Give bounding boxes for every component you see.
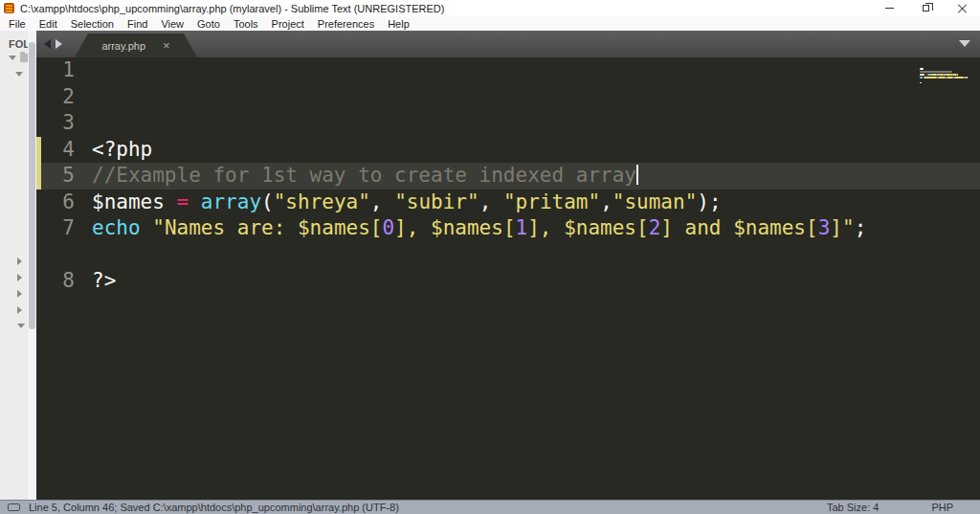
chevron-right-icon [17, 290, 22, 298]
menu-item-find[interactable]: Find [121, 16, 154, 31]
line-text [80, 84, 92, 111]
close-icon [958, 4, 967, 12]
line-text: ?> [80, 268, 116, 295]
menu-item-tools[interactable]: Tools [227, 16, 265, 31]
status-tab-size[interactable]: Tab Size: 4 [827, 502, 879, 513]
menu-item-selection[interactable]: Selection [64, 16, 121, 31]
menu-item-edit[interactable]: Edit [33, 16, 64, 31]
code-line-wrap[interactable] [36, 242, 980, 269]
tab-nav-right-icon[interactable] [56, 39, 62, 49]
minimap-row [920, 81, 971, 84]
chevron-right-icon [17, 274, 22, 281]
modified-line-marker [36, 242, 41, 269]
line-number: 2 [36, 84, 80, 111]
code-line-3[interactable]: 3 [36, 110, 980, 137]
status-syntax-php[interactable]: PHP [931, 502, 953, 513]
line-text: <?php [80, 137, 152, 164]
line-text [80, 57, 92, 84]
chevron-down-icon [9, 56, 16, 60]
line-text: //Example for 1st way to create indexed … [80, 163, 638, 190]
sublime-text-window: C:\xampp\htdocs\php_upcomming\array.php … [0, 0, 980, 514]
code-line-5[interactable]: 5//Example for 1st way to create indexed… [36, 163, 980, 190]
code-line-8[interactable]: 8?> [36, 268, 980, 295]
status-right-group: Tab Size: 4 PHP [827, 502, 980, 513]
tab-nav-left-icon[interactable] [44, 39, 51, 49]
sublime-logo-icon [4, 3, 14, 13]
chevron-down-icon [15, 72, 23, 77]
tab-label: array.php [101, 40, 145, 52]
modified-line-marker [36, 163, 41, 190]
title-bar: C:\xampp\htdocs\php_upcomming\array.php … [0, 0, 980, 16]
vintage-status-icon [8, 503, 20, 511]
line-number: 1 [36, 57, 80, 84]
menu-item-goto[interactable]: Goto [190, 16, 227, 31]
chevron-right-icon [17, 306, 22, 314]
sidebar-scrollbar-thumb[interactable] [29, 42, 35, 329]
tab-bar: array.php × [36, 31, 980, 57]
restore-button[interactable] [907, 0, 944, 16]
menu-item-file[interactable]: File [2, 16, 33, 31]
line-text [80, 110, 92, 137]
code-line-7[interactable]: 7echo "Names are: $names[0], $names[1], … [36, 215, 980, 242]
text-caret [636, 165, 638, 185]
menu-bar: FileEditSelectionFindViewGotoToolsProjec… [0, 16, 980, 31]
code-rows: 1234<?php5//Example for 1st way to creat… [36, 57, 980, 295]
modified-line-marker [36, 110, 41, 137]
line-number [36, 242, 80, 269]
menu-item-preferences[interactable]: Preferences [311, 16, 381, 31]
line-text [80, 242, 92, 269]
line-number: 3 [36, 110, 80, 137]
modified-line-marker [36, 215, 41, 242]
status-cursor-position: Line 5, Column 46; Saved C:\xampp\htdocs… [29, 502, 399, 513]
chevron-down-icon [17, 324, 25, 328]
chevron-right-icon [17, 257, 22, 265]
code-editor[interactable]: 1234<?php5//Example for 1st way to creat… [36, 57, 980, 500]
line-text: $names = array("shreya", "subir", "prita… [80, 190, 722, 216]
close-button[interactable] [944, 0, 980, 16]
tab-close-icon[interactable]: × [163, 41, 170, 51]
line-number: 8 [36, 268, 80, 295]
line-text: echo "Names are: $names[0], $names[1], $… [80, 215, 866, 242]
sidebar-scrollbar[interactable] [28, 31, 36, 500]
modified-line-marker [36, 84, 41, 111]
code-line-1[interactable]: 1 [36, 57, 980, 84]
minimize-button[interactable] [871, 0, 907, 16]
line-number: 4 [36, 137, 80, 164]
minimap[interactable] [920, 59, 971, 84]
tab-array-php[interactable]: array.php × [75, 34, 197, 57]
window-title: C:\xampp\htdocs\php_upcomming\array.php … [20, 3, 444, 14]
line-number: 6 [36, 190, 80, 216]
minimize-icon [885, 8, 894, 9]
tab-nav-arrows [44, 39, 62, 49]
code-line-6[interactable]: 6$names = array("shreya", "subir", "prit… [36, 190, 980, 216]
modified-line-marker [36, 57, 41, 84]
menu-item-view[interactable]: View [154, 16, 190, 31]
modified-line-marker [36, 268, 41, 295]
code-line-4[interactable]: 4<?php [36, 137, 980, 164]
menu-item-project[interactable]: Project [265, 16, 311, 31]
sidebar-folders-panel[interactable]: FOLDERS [0, 31, 36, 500]
menu-item-help[interactable]: Help [381, 16, 416, 31]
code-line-2[interactable]: 2 [36, 84, 980, 111]
status-bar: Line 5, Column 46; Saved C:\xampp\htdocs… [0, 500, 980, 514]
modified-line-marker [36, 137, 41, 164]
restore-icon [923, 5, 929, 11]
line-number: 5 [36, 163, 80, 190]
window-controls [871, 0, 980, 16]
line-number: 7 [36, 215, 80, 242]
modified-line-marker [36, 190, 41, 216]
tab-overflow-menu-icon[interactable] [959, 40, 970, 47]
